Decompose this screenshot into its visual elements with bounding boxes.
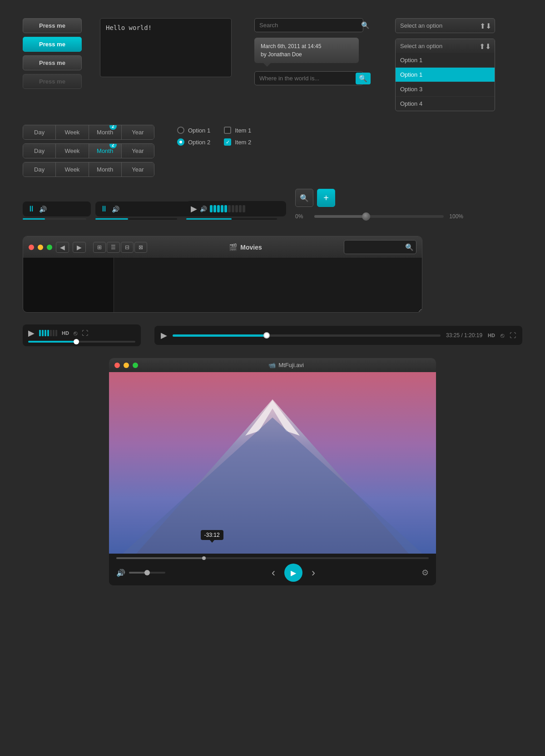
settings-button-large[interactable]: ⚙ xyxy=(421,568,429,578)
play-button-3[interactable]: ▶ xyxy=(191,204,197,214)
volume-thumb[interactable] xyxy=(144,570,150,575)
large-progress-fill xyxy=(116,557,204,559)
right-progress-track[interactable] xyxy=(173,334,441,337)
search-input[interactable] xyxy=(254,18,363,32)
media-player-small-3: ▶ 🔊 xyxy=(186,201,277,220)
seg-week-3[interactable]: Week xyxy=(56,162,89,177)
play-button-large[interactable]: ▶ xyxy=(284,564,302,582)
next-button-large[interactable]: › xyxy=(312,566,315,579)
prev-button-large[interactable]: ‹ xyxy=(272,566,275,579)
checkbox-item-2[interactable]: ✓ Item 2 xyxy=(224,138,251,146)
dropdown-option-4[interactable]: Option 4 xyxy=(396,97,495,111)
media-player-small-2: ⏸ 🔊 xyxy=(95,201,177,220)
progress-bar-3[interactable] xyxy=(186,218,277,220)
large-tl-red[interactable] xyxy=(114,363,120,368)
fullscreen-button-left[interactable]: ⛶ xyxy=(82,329,88,337)
dropdown-option-1[interactable]: Option 1 xyxy=(396,53,495,68)
seg-year-1[interactable]: Year xyxy=(122,125,154,139)
traffic-light-yellow[interactable] xyxy=(38,245,43,250)
search-button-1[interactable]: 🔍 xyxy=(361,21,370,29)
volume-button-1[interactable]: 🔊 xyxy=(39,206,47,213)
progress-fill-2 xyxy=(95,218,128,220)
volume-icon-large[interactable]: 🔊 xyxy=(116,569,125,577)
dropdown-header[interactable]: Select an option ⬆⬇ xyxy=(396,39,495,53)
radio-option-1[interactable]: Option 1 xyxy=(177,127,210,134)
slider-min-label: 0% xyxy=(295,213,309,220)
dropdown-option-highlighted[interactable]: Option 1 xyxy=(396,68,495,82)
seg-bar-8 xyxy=(235,205,238,212)
seg-day-3[interactable]: Day xyxy=(23,162,56,177)
segmented-control-1: Day Week Month 2 Year xyxy=(23,125,154,140)
seg-month-2[interactable]: Month 2 xyxy=(89,144,122,158)
large-progress-track[interactable] xyxy=(116,557,429,559)
seg-bar-2 xyxy=(213,205,216,212)
back-button[interactable]: ◀ xyxy=(56,242,69,253)
play-button-right[interactable]: ▶ xyxy=(161,330,167,340)
seg-month-1[interactable]: Month 2 xyxy=(89,125,122,139)
select-input-1[interactable]: Select an option xyxy=(395,18,495,33)
left-vol-thumb[interactable] xyxy=(74,339,79,344)
segmented-control-3: Day Week Month Year xyxy=(23,162,154,177)
volume-track[interactable] xyxy=(129,572,165,574)
date-line1: March 6th, 2011 at 14:45 xyxy=(261,42,352,50)
press-me-button-1[interactable]: Press me xyxy=(23,18,82,33)
grid-view-btn[interactable]: ⊞ xyxy=(93,242,106,253)
hd-label-left: HD xyxy=(62,330,69,336)
radio-option-2[interactable]: Option 2 xyxy=(177,138,210,146)
seg-year-2[interactable]: Year xyxy=(122,144,154,158)
play-button-left[interactable]: ▶ xyxy=(28,328,35,338)
large-video-icon: 📹 xyxy=(268,362,276,368)
add-icon-btn[interactable]: + xyxy=(317,189,335,207)
seg-week-1[interactable]: Week xyxy=(56,125,89,139)
seg-year-3[interactable]: Year xyxy=(122,162,154,177)
press-me-button-3[interactable]: Press me xyxy=(23,55,82,70)
checkbox-item-1[interactable]: Item 1 xyxy=(224,127,251,134)
volume-button-2[interactable]: 🔊 xyxy=(112,206,119,213)
progress-fill-3 xyxy=(186,218,232,220)
seg-week-2[interactable]: Week xyxy=(56,144,89,158)
fullscreen-button-right[interactable]: ⛶ xyxy=(510,332,516,339)
left-vol-track[interactable] xyxy=(28,341,135,343)
right-progress-fill xyxy=(173,334,267,337)
seg-bar-1 xyxy=(210,205,213,212)
large-tl-green[interactable] xyxy=(133,363,138,368)
dropdown-option-3[interactable]: Option 3 xyxy=(396,82,495,97)
large-tl-yellow[interactable] xyxy=(124,363,129,368)
mountain-svg xyxy=(109,372,436,554)
seg-day-2[interactable]: Day xyxy=(23,144,56,158)
slider-track[interactable] xyxy=(314,215,444,218)
hello-world-textarea[interactable]: Hello world! xyxy=(100,18,232,77)
finder-search-button[interactable]: 🔍 xyxy=(405,243,414,251)
press-me-button-2[interactable]: Press me xyxy=(23,37,82,52)
finder-main-area[interactable] xyxy=(114,258,422,312)
world-search-button[interactable]: 🔍 xyxy=(356,73,371,84)
slider-thumb[interactable] xyxy=(362,212,370,221)
progress-bar-1[interactable] xyxy=(23,218,86,220)
traffic-light-green[interactable] xyxy=(47,245,52,250)
volume-section: 🔊 xyxy=(116,569,165,577)
seg-month-3[interactable]: Month xyxy=(89,162,122,177)
search-icon-btn[interactable]: 🔍 xyxy=(295,189,313,207)
share-button-left[interactable]: ⎋ xyxy=(74,329,77,337)
volume-button-3[interactable]: 🔊 xyxy=(200,206,207,212)
list-view-btn[interactable]: ☰ xyxy=(107,242,120,253)
finder-search: 🔍 xyxy=(344,240,416,254)
checkbox-group: Item 1 ✓ Item 2 xyxy=(224,127,251,146)
forward-button[interactable]: ▶ xyxy=(73,242,86,253)
progress-bar-2[interactable] xyxy=(95,218,177,220)
finder-sidebar xyxy=(23,258,114,312)
seg-day-1[interactable]: Day xyxy=(23,125,56,139)
traffic-light-red[interactable] xyxy=(29,245,34,250)
coverflow-view-btn[interactable]: ⊠ xyxy=(134,242,147,253)
large-video-titlebar: 📹 MtFuji.avi xyxy=(109,358,436,372)
right-progress-thumb[interactable] xyxy=(263,332,270,339)
large-player-controls: 🔊 ‹ ▶ › ⚙ xyxy=(109,554,436,585)
large-progress-thumb[interactable] xyxy=(202,556,206,560)
column-view-btn[interactable]: ⊟ xyxy=(121,242,134,253)
pause-button-2[interactable]: ⏸ xyxy=(100,204,108,214)
share-button-right[interactable]: ⎋ xyxy=(500,332,504,339)
world-search-input[interactable] xyxy=(254,71,363,85)
date-bubble: March 6th, 2011 at 14:45 by Jonathan Doe xyxy=(254,38,359,63)
world-search-bar: 🔍 xyxy=(254,71,372,85)
pause-button-1[interactable]: ⏸ xyxy=(27,204,35,214)
